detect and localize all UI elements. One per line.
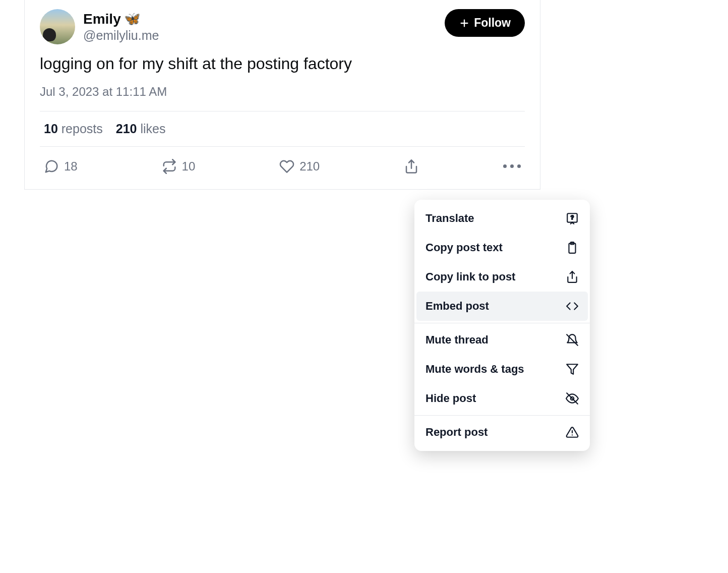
display-name[interactable]: Emily 🦋 bbox=[83, 11, 159, 27]
menu-label: Copy link to post bbox=[426, 270, 515, 283]
clipboard-icon bbox=[566, 241, 579, 254]
avatar[interactable] bbox=[40, 9, 75, 44]
menu-label: Report post bbox=[426, 426, 488, 439]
likes-count: 210 bbox=[116, 122, 137, 136]
like-count: 210 bbox=[299, 159, 320, 174]
reposts-stat[interactable]: 10 reposts bbox=[44, 122, 103, 136]
share-icon bbox=[404, 159, 419, 174]
code-icon bbox=[566, 300, 579, 313]
like-button[interactable]: 210 bbox=[279, 159, 320, 174]
likes-label: likes bbox=[140, 122, 165, 136]
repost-icon bbox=[162, 159, 177, 174]
repost-count: 10 bbox=[182, 159, 196, 174]
reposts-label: reposts bbox=[62, 122, 103, 136]
follow-label: Follow bbox=[474, 16, 511, 30]
svg-text:?: ? bbox=[571, 214, 574, 220]
svg-marker-9 bbox=[567, 364, 578, 374]
menu-mute-thread[interactable]: Mute thread bbox=[414, 325, 590, 355]
menu-label: Mute words & tags bbox=[426, 363, 524, 376]
menu-divider bbox=[414, 415, 590, 416]
menu-label: Copy post text bbox=[426, 241, 503, 254]
name-block: Emily 🦋 @emilyliu.me bbox=[83, 11, 159, 43]
menu-label: Mute thread bbox=[426, 333, 489, 347]
display-name-text: Emily bbox=[83, 11, 121, 27]
menu-label: Embed post bbox=[426, 300, 489, 313]
menu-report[interactable]: Report post bbox=[414, 418, 590, 447]
menu-label: Translate bbox=[426, 212, 474, 225]
context-menu: Translate ? Copy post text Copy link to … bbox=[414, 200, 590, 451]
menu-mute-words[interactable]: Mute words & tags bbox=[414, 355, 590, 384]
reposts-count: 10 bbox=[44, 122, 58, 136]
menu-hide[interactable]: Hide post bbox=[414, 384, 590, 413]
share-button[interactable] bbox=[404, 159, 419, 174]
dot-icon bbox=[517, 164, 521, 168]
dot-icon bbox=[510, 164, 514, 168]
plus-icon bbox=[459, 18, 470, 29]
timestamp[interactable]: Jul 3, 2023 at 11:11 AM bbox=[40, 85, 525, 111]
menu-label: Hide post bbox=[426, 392, 476, 405]
more-button[interactable] bbox=[503, 164, 521, 168]
post-card: Emily 🦋 @emilyliu.me Follow logging on f… bbox=[24, 0, 540, 190]
heart-icon bbox=[279, 159, 294, 174]
bell-off-icon bbox=[566, 333, 579, 347]
actions-row: 18 10 210 bbox=[40, 146, 525, 189]
menu-copy-text[interactable]: Copy post text bbox=[414, 233, 590, 262]
menu-translate[interactable]: Translate ? bbox=[414, 204, 590, 233]
reply-button[interactable]: 18 bbox=[44, 159, 78, 174]
post-header: Emily 🦋 @emilyliu.me Follow bbox=[40, 9, 525, 44]
share-up-icon bbox=[566, 270, 579, 283]
menu-copy-link[interactable]: Copy link to post bbox=[414, 262, 590, 292]
butterfly-icon: 🦋 bbox=[124, 11, 140, 27]
translate-icon: ? bbox=[566, 212, 579, 225]
post-body: logging on for my shift at the posting f… bbox=[40, 53, 525, 75]
eye-off-icon bbox=[566, 392, 579, 405]
likes-stat[interactable]: 210 likes bbox=[116, 122, 166, 136]
menu-embed[interactable]: Embed post bbox=[416, 292, 588, 321]
author-block[interactable]: Emily 🦋 @emilyliu.me bbox=[40, 9, 159, 44]
repost-button[interactable]: 10 bbox=[162, 159, 196, 174]
dot-icon bbox=[503, 164, 507, 168]
filter-icon bbox=[566, 363, 579, 376]
reply-count: 18 bbox=[64, 159, 78, 174]
menu-divider bbox=[414, 323, 590, 323]
handle[interactable]: @emilyliu.me bbox=[83, 28, 159, 43]
svg-line-11 bbox=[567, 393, 578, 404]
follow-button[interactable]: Follow bbox=[445, 9, 525, 37]
reply-icon bbox=[44, 159, 59, 174]
stats-row: 10 reposts 210 likes bbox=[40, 111, 525, 146]
alert-icon bbox=[566, 426, 579, 439]
